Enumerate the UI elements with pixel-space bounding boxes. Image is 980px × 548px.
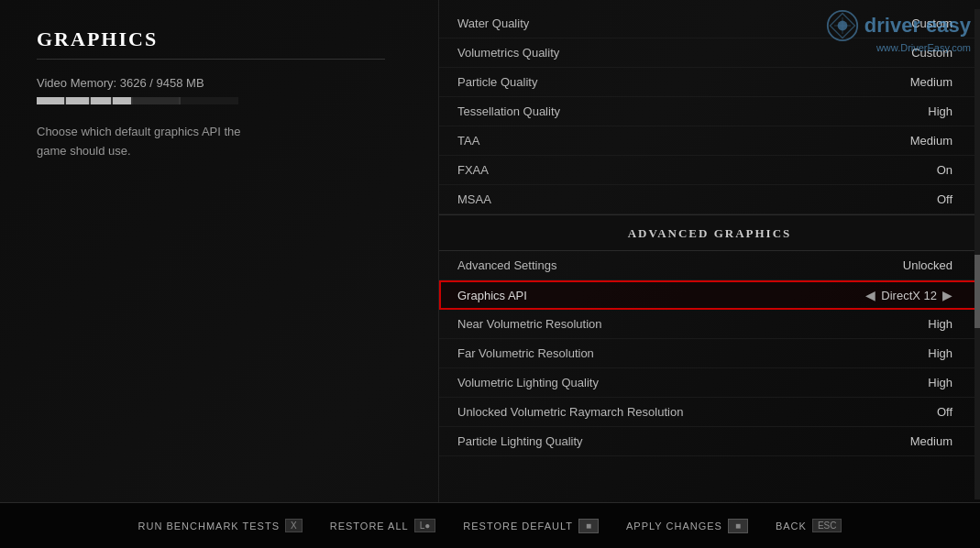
settings-list: Water Quality Custom Volumetrics Quality… xyxy=(439,0,980,456)
scrollbar-thumb[interactable] xyxy=(974,255,980,328)
memory-bar-segment-3 xyxy=(91,97,111,104)
setting-value: Off xyxy=(937,405,952,419)
setting-name: Tessellation Quality xyxy=(457,104,560,118)
memory-bar-rest xyxy=(181,97,238,104)
memory-bar-segment-2 xyxy=(66,97,89,104)
graphics-api-label: Graphics API xyxy=(457,289,527,302)
setting-row-msaa[interactable]: MSAA Off xyxy=(439,185,980,214)
arrow-left-icon[interactable]: ◀ xyxy=(865,288,875,303)
setting-value: Unlocked xyxy=(903,258,952,272)
restore-default-label: Restore Default xyxy=(463,521,573,532)
back-button[interactable]: Back ESC xyxy=(776,519,842,532)
setting-value: Medium xyxy=(910,434,952,448)
apply-changes-button[interactable]: Apply Changes ■ xyxy=(626,519,748,533)
setting-name: TAA xyxy=(457,134,479,148)
video-memory-label: Video Memory: 3626 / 9458 MB xyxy=(37,76,385,90)
restore-default-key: ■ xyxy=(578,519,599,533)
restore-all-label: Restore All xyxy=(330,521,409,532)
apply-changes-key: ■ xyxy=(728,519,748,533)
setting-name: Volumetric Lighting Quality xyxy=(457,376,599,389)
setting-value: High xyxy=(928,104,952,118)
scrollbar[interactable] xyxy=(974,9,980,499)
advanced-graphics-section-header: Advanced Graphics xyxy=(439,214,980,251)
setting-value: Medium xyxy=(910,75,952,89)
setting-row-unlocked-volumetric-raymarch[interactable]: Unlocked Volumetric Raymarch Resolution … xyxy=(439,398,980,427)
run-benchmark-label: Run Benchmark Tests xyxy=(138,521,280,532)
setting-row-far-volumetric-resolution[interactable]: Far Volumetric Resolution High xyxy=(439,339,980,368)
setting-value: High xyxy=(928,346,952,360)
memory-bar xyxy=(37,97,238,104)
right-panel: Water Quality Custom Volumetrics Quality… xyxy=(439,0,980,499)
api-value-container: ◀ DirectX 12 ▶ xyxy=(865,288,952,303)
page-title: Graphics xyxy=(37,27,385,60)
setting-value: High xyxy=(928,376,952,389)
setting-name: MSAA xyxy=(457,192,491,206)
setting-name: FXAA xyxy=(457,163,489,177)
setting-name: Volumetrics Quality xyxy=(457,46,559,60)
apply-changes-label: Apply Changes xyxy=(626,521,722,532)
restore-default-button[interactable]: Restore Default ■ xyxy=(463,519,599,533)
setting-name: Water Quality xyxy=(457,16,529,30)
setting-row-near-volumetric-resolution[interactable]: Near Volumetric Resolution High xyxy=(439,310,980,339)
memory-bar-segment-4 xyxy=(113,97,131,104)
setting-name: Particle Quality xyxy=(457,75,537,89)
setting-value: Off xyxy=(937,192,952,206)
setting-row-taa[interactable]: TAA Medium xyxy=(439,126,980,156)
run-benchmark-button[interactable]: Run Benchmark Tests X xyxy=(138,519,303,532)
restore-all-key: L● xyxy=(414,519,436,532)
left-panel: Graphics Video Memory: 3626 / 9458 MB Ch… xyxy=(37,27,385,161)
setting-name: Advanced Settings xyxy=(457,258,556,272)
graphics-api-value: DirectX 12 xyxy=(881,289,937,302)
description-text: Choose which default graphics API the ga… xyxy=(37,123,257,161)
screen: Graphics Video Memory: 3626 / 9458 MB Ch… xyxy=(0,0,980,548)
setting-row-particle-lighting-quality[interactable]: Particle Lighting Quality Medium xyxy=(439,427,980,456)
back-label: Back xyxy=(776,521,807,532)
restore-all-button[interactable]: Restore All L● xyxy=(330,519,436,532)
bottom-toolbar: Run Benchmark Tests X Restore All L● Res… xyxy=(0,502,980,548)
watermark-logo: driver easy xyxy=(826,9,971,42)
watermark-brand: driver easy xyxy=(864,14,971,38)
section-header-text: Advanced Graphics xyxy=(628,226,792,240)
watermark: driver easy www.DriverEasy.com xyxy=(826,9,971,53)
arrow-right-icon[interactable]: ▶ xyxy=(942,288,952,303)
setting-name: Particle Lighting Quality xyxy=(457,434,583,448)
setting-name: Near Volumetric Resolution xyxy=(457,317,602,331)
setting-value: On xyxy=(937,163,952,177)
driver-easy-icon xyxy=(826,9,859,42)
setting-name: Far Volumetric Resolution xyxy=(457,346,594,360)
setting-name: Unlocked Volumetric Raymarch Resolution xyxy=(457,405,683,419)
setting-row-particle-quality[interactable]: Particle Quality Medium xyxy=(439,68,980,97)
back-key: ESC xyxy=(812,519,842,532)
setting-row-fxaa[interactable]: FXAA On xyxy=(439,156,980,185)
run-benchmark-key: X xyxy=(285,519,303,532)
setting-value: Medium xyxy=(910,134,952,148)
setting-row-advanced-settings[interactable]: Advanced Settings Unlocked xyxy=(439,251,980,280)
memory-bar-empty xyxy=(133,97,179,104)
setting-value: High xyxy=(928,317,952,331)
setting-row-graphics-api[interactable]: Graphics API ◀ DirectX 12 ▶ xyxy=(439,280,980,310)
memory-bar-segment-1 xyxy=(37,97,64,104)
setting-row-volumetric-lighting-quality[interactable]: Volumetric Lighting Quality High xyxy=(439,368,980,398)
setting-row-tessellation-quality[interactable]: Tessellation Quality High xyxy=(439,97,980,126)
watermark-url: www.DriverEasy.com xyxy=(876,42,971,53)
